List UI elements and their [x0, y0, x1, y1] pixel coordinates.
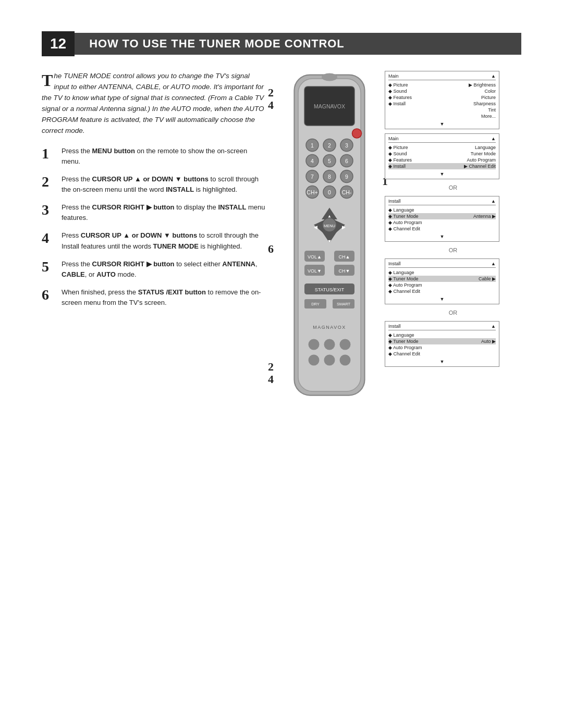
screen2-row1: ◆ PictureLanguage: [388, 144, 496, 151]
screen4-row4: ◆ Channel Edit: [388, 288, 496, 294]
step-3: 3 Press the CURSOR RIGHT ▶ button to dis…: [42, 202, 266, 223]
screen5-row3: ◆ Auto Program: [388, 344, 496, 351]
svg-text:5: 5: [328, 158, 331, 164]
step-6: 6 When finished, press the STATUS /EXIT …: [42, 287, 266, 308]
badge-2-4-bottom: 24: [268, 361, 274, 386]
chapter-number: 12: [42, 31, 75, 56]
svg-point-55: [324, 339, 335, 350]
right-column: 24 1 6 35 24 MAGNAVOX: [283, 71, 521, 401]
svg-text:0: 0: [328, 189, 331, 195]
screen-1: Main ▲ ◆ Picture▶ Brightness ◆ SoundColo…: [385, 71, 499, 129]
step-6-number: 6: [42, 287, 56, 303]
svg-text:9: 9: [345, 174, 348, 180]
drop-cap: T: [42, 72, 53, 89]
screen5-nav: ▼: [388, 359, 496, 364]
screen5-row1: ◆ Language: [388, 332, 496, 338]
screen1-header-arrow: ▲: [491, 73, 496, 79]
screen3-row2-highlighted: ◆ Tuner ModeAntenna ▶: [388, 213, 496, 219]
screen-4: Install ▲ ◆ Language ◆ Tuner ModeCable ▶…: [385, 258, 499, 304]
svg-point-58: [324, 355, 335, 366]
screen5-row2-highlighted: ◆ Tuner ModeAuto ▶: [388, 338, 496, 344]
svg-text:MAGNAVOX: MAGNAVOX: [314, 103, 345, 109]
content-layout: The TUNER MODE control allows you to cha…: [42, 71, 521, 401]
steps-list: 1 Press the MENU button on the remote to…: [42, 146, 266, 309]
screen3-row3: ◆ Auto Program: [388, 219, 496, 226]
remote-diagrams: 24 1 6 35 24 MAGNAVOX: [283, 71, 521, 401]
badge-6: 6: [268, 243, 274, 255]
intro-text-body: he TUNER MODE control allows you to chan…: [42, 72, 264, 134]
screen4-row3: ◆ Auto Program: [388, 282, 496, 288]
screen1-header: Main ▲: [388, 73, 496, 80]
screen2-header: Main ▲: [388, 136, 496, 143]
or-label-2: OR: [385, 247, 521, 253]
screen4-header: Install ▲: [388, 261, 496, 268]
screen5-row4: ◆ Channel Edit: [388, 351, 496, 357]
svg-text:3: 3: [345, 142, 348, 149]
screen4-row2-highlighted: ◆ Tuner ModeCable ▶: [388, 276, 496, 282]
svg-text:CH▲: CH▲: [339, 254, 350, 260]
svg-point-57: [309, 355, 320, 366]
step-2-text: Press the CURSOR UP ▲ or DOWN ▼ buttons …: [62, 174, 266, 195]
step-6-text: When finished, press the STATUS /EXIT bu…: [62, 287, 266, 308]
screen3-row4: ◆ Channel Edit: [388, 226, 496, 232]
step-5: 5 Press the CURSOR RIGHT ▶ button to sel…: [42, 259, 266, 280]
badge-2-4-top: 24: [268, 87, 274, 112]
svg-text:MAGNAVOX: MAGNAVOX: [313, 325, 346, 330]
svg-text:8: 8: [328, 174, 331, 180]
svg-point-54: [309, 339, 320, 350]
screen3-nav: ▼: [388, 234, 496, 239]
screen4-nav: ▼: [388, 297, 496, 302]
step-4: 4 Press CURSOR UP ▲ or DOWN ▼ buttons to…: [42, 230, 266, 251]
svg-text:SMART: SMART: [337, 302, 351, 306]
screen1-header-left: Main: [388, 73, 399, 79]
screen2-row2: ◆ SoundTuner Mode: [388, 151, 496, 157]
svg-point-59: [340, 355, 351, 366]
screen1-row3: ◆ FeaturesPicture: [388, 94, 496, 101]
screen5-header: Install ▲: [388, 324, 496, 330]
step-2-number: 2: [42, 174, 56, 190]
svg-text:▼: ▼: [327, 239, 332, 244]
screen3-row1: ◆ Language: [388, 207, 496, 213]
svg-text:STATUS/EXIT: STATUS/EXIT: [315, 287, 345, 292]
intro-paragraph: The TUNER MODE control allows you to cha…: [42, 71, 266, 137]
svg-point-60: [322, 73, 337, 81]
svg-text:▶: ▶: [342, 225, 346, 230]
screen-3: Install ▲ ◆ Language ◆ Tuner ModeAntenna…: [385, 196, 499, 242]
screen-2: Main ▲ ◆ PictureLanguage ◆ SoundTuner Mo…: [385, 133, 499, 179]
or-label-1: OR: [385, 184, 521, 191]
screen1-row2: ◆ SoundColor: [388, 88, 496, 94]
screen4-row1: ◆ Language: [388, 269, 496, 276]
svg-text:CH+: CH+: [307, 189, 317, 195]
step-1-text: Press the MENU button on the remote to s…: [62, 146, 266, 167]
step-1: 1 Press the MENU button on the remote to…: [42, 146, 266, 167]
screen1-nav: ▼: [388, 121, 496, 127]
svg-text:7: 7: [311, 174, 314, 180]
step-4-number: 4: [42, 230, 56, 246]
svg-text:VOL▲: VOL▲: [308, 254, 322, 260]
svg-text:6: 6: [345, 158, 348, 164]
step-5-number: 5: [42, 259, 56, 275]
remote-wrapper: 24 1 6 35 24 MAGNAVOX: [283, 71, 376, 401]
or-label-3: OR: [385, 310, 521, 316]
chapter-title: How to Use the Tuner Mode Control: [75, 33, 521, 55]
step-2: 2 Press the CURSOR UP ▲ or DOWN ▼ button…: [42, 174, 266, 195]
screen2-nav: ▼: [388, 171, 496, 177]
svg-text:VOL▼: VOL▼: [308, 268, 322, 274]
step-4-text: Press CURSOR UP ▲ or DOWN ▼ buttons to s…: [62, 230, 266, 251]
svg-text:MENU: MENU: [324, 224, 335, 228]
svg-text:4: 4: [311, 158, 314, 164]
diagrams-col: Main ▲ ◆ Picture▶ Brightness ◆ SoundColo…: [385, 71, 521, 367]
svg-text:DRY: DRY: [311, 302, 320, 306]
screen1-row4: ◆ InstallSharpness: [388, 101, 496, 107]
chapter-header: 12 How to Use the Tuner Mode Control: [42, 31, 521, 56]
screen2-row4-highlighted: ◆ Install▶ Channel Edit: [388, 163, 496, 169]
screen3-header: Install ▲: [388, 199, 496, 205]
svg-point-10: [352, 129, 362, 138]
svg-text:2: 2: [328, 142, 331, 149]
screen-5: Install ▲ ◆ Language ◆ Tuner ModeAuto ▶ …: [385, 321, 499, 367]
step-1-number: 1: [42, 146, 56, 162]
remote-svg: MAGNAVOX 1 2 3 4 5: [283, 71, 376, 399]
screen1-row1: ◆ Picture▶ Brightness: [388, 82, 496, 88]
svg-text:1: 1: [311, 142, 314, 149]
page: 12 How to Use the Tuner Mode Control The…: [0, 0, 563, 728]
